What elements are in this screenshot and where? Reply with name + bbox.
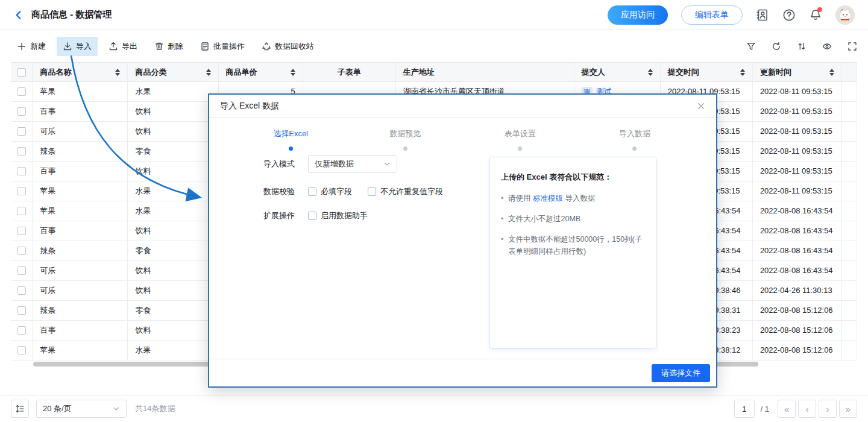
column-header-提交人[interactable]: 提交人: [574, 62, 661, 82]
checkbox-label: 启用数据助手: [321, 210, 368, 221]
checkbox-label: 不允许重复值字段: [380, 186, 443, 197]
row-checkbox[interactable]: [17, 107, 26, 116]
edit-form-button[interactable]: 编辑表单: [681, 5, 743, 25]
import-options-form: 导入模式 仅新增数据 数据校验 必填字段不允许重复值字段 扩展操作 启用数据助手: [263, 155, 443, 235]
extension-label: 扩展操作: [263, 210, 308, 221]
column-header-生产地址: 生产地址: [396, 62, 574, 82]
checkbox-icon[interactable]: [308, 212, 316, 220]
sort-icon[interactable]: [206, 69, 211, 76]
extension-option-启用数据助手[interactable]: 启用数据助手: [308, 210, 368, 221]
table-header-row: 商品名称商品分类商品单价子表单生产地址提交人提交时间更新时间: [11, 62, 857, 82]
pagination-bar: 20 条/页 共14条数据 / 1 «‹›»: [0, 395, 868, 422]
contacts-icon[interactable]: [756, 8, 769, 22]
row-checkbox[interactable]: [17, 127, 26, 136]
column-header-提交时间[interactable]: 提交时间: [661, 62, 753, 82]
user-avatar[interactable]: [835, 5, 855, 25]
close-icon[interactable]: [697, 102, 705, 110]
modal-title: 导入 Excel 数据: [220, 101, 279, 112]
step-导入数据[interactable]: 导入数据: [577, 128, 692, 151]
rules-title: 上传的 Excel 表符合以下规范：: [501, 172, 645, 183]
step-选择Excel[interactable]: 选择Excel: [233, 128, 348, 151]
top-bar: 商品信息 - 数据管理 应用访问 编辑表单: [0, 0, 868, 30]
validation-option-必填字段[interactable]: 必填字段: [308, 186, 352, 197]
row-checkbox[interactable]: [17, 147, 26, 156]
step-label: 表单设置: [505, 128, 536, 139]
sort-updown-icon: [797, 42, 807, 51]
cell-product-category: 饮料: [128, 122, 218, 142]
cell-update-time: 2022-08-11 09:53:15: [753, 162, 842, 181]
import-icon: [63, 42, 72, 51]
next-page-button[interactable]: ›: [819, 400, 837, 418]
import-mode-select[interactable]: 仅新增数据: [308, 155, 397, 173]
sort-icon[interactable]: [115, 69, 120, 76]
app-access-button[interactable]: 应用访问: [608, 5, 668, 25]
row-spacer: [842, 82, 857, 102]
select-all-checkbox[interactable]: [17, 68, 26, 77]
row-checkbox[interactable]: [17, 247, 26, 255]
checkbox-icon[interactable]: [368, 187, 376, 196]
table-toolbar: 新建导入导出删除批量操作数据回收站: [11, 35, 857, 58]
sort-icon[interactable]: [648, 69, 653, 76]
standard-template-link[interactable]: 标准模版: [533, 194, 563, 203]
sort-button[interactable]: [797, 42, 807, 51]
step-dot: [518, 146, 522, 151]
step-数据预览[interactable]: 数据预览: [348, 128, 462, 151]
toolbar-action-导入[interactable]: 导入: [57, 37, 98, 56]
column-header-商品名称[interactable]: 商品名称: [33, 62, 128, 82]
filter-button[interactable]: [746, 42, 756, 51]
column-header-更新时间[interactable]: 更新时间: [753, 62, 842, 82]
toolbar-action-新建[interactable]: 新建: [11, 37, 52, 56]
row-checkbox[interactable]: [17, 227, 26, 235]
row-checkbox[interactable]: [17, 266, 26, 275]
column-header-商品分类[interactable]: 商品分类: [128, 62, 218, 82]
refresh-button[interactable]: [772, 42, 781, 51]
column-header-商品单价[interactable]: 商品单价: [219, 62, 303, 82]
page-size-select[interactable]: 20 条/页: [36, 400, 127, 418]
row-checkbox[interactable]: [17, 167, 26, 175]
sort-icon[interactable]: [829, 69, 834, 76]
row-checkbox-cell: [11, 301, 33, 321]
row-checkbox[interactable]: [17, 87, 26, 96]
row-checkbox[interactable]: [17, 326, 26, 335]
refresh-icon: [772, 42, 781, 51]
fullscreen-button[interactable]: [848, 42, 857, 51]
upload-rules-panel: 上传的 Excel 表符合以下规范： 请使用 标准模版 导入数据文件大小不超过2…: [489, 157, 656, 348]
toolbar-action-批量操作[interactable]: 批量操作: [194, 37, 251, 56]
sort-icon[interactable]: [740, 69, 745, 76]
toolbar-action-删除[interactable]: 删除: [148, 37, 189, 56]
sort-icon[interactable]: [291, 69, 295, 76]
header-checkbox-cell: [11, 62, 33, 82]
page-number-input[interactable]: [734, 400, 755, 418]
row-checkbox[interactable]: [17, 207, 26, 215]
bell-icon[interactable]: [809, 8, 822, 22]
choose-file-button[interactable]: 请选择文件: [652, 364, 710, 382]
back-button[interactable]: [13, 10, 24, 20]
help-icon[interactable]: [782, 8, 796, 22]
cell-product-name: 苹果: [33, 82, 128, 102]
validation-option-不允许重复值字段[interactable]: 不允许重复值字段: [368, 186, 443, 197]
row-spacer: [842, 341, 857, 361]
toolbar-action-导出[interactable]: 导出: [102, 37, 143, 56]
row-checkbox[interactable]: [17, 286, 26, 295]
row-checkbox[interactable]: [17, 187, 26, 195]
cell-product-category: 饮料: [128, 321, 218, 341]
prev-page-button[interactable]: ‹: [798, 400, 816, 418]
row-checkbox[interactable]: [17, 346, 26, 354]
row-spacer: [842, 281, 857, 301]
last-page-button[interactable]: »: [839, 400, 857, 418]
upload-rule: 文件大小不超过20MB: [501, 213, 645, 225]
row-height-button[interactable]: [11, 400, 29, 418]
cell-product-category: 零食: [128, 142, 218, 162]
step-表单设置[interactable]: 表单设置: [463, 128, 577, 151]
cell-product-name: 可乐: [33, 261, 128, 281]
cell-product-name: 苹果: [33, 181, 128, 201]
checkbox-icon[interactable]: [308, 187, 316, 196]
step-dot: [403, 146, 407, 151]
row-checkbox[interactable]: [17, 306, 26, 315]
visibility-button[interactable]: [822, 42, 832, 51]
toolbar-action-数据回收站[interactable]: 数据回收站: [256, 37, 320, 56]
cell-product-category: 饮料: [128, 281, 218, 301]
chevron-down-icon: [383, 160, 391, 168]
first-page-button[interactable]: «: [778, 400, 796, 418]
cell-product-category: 水果: [128, 201, 218, 221]
